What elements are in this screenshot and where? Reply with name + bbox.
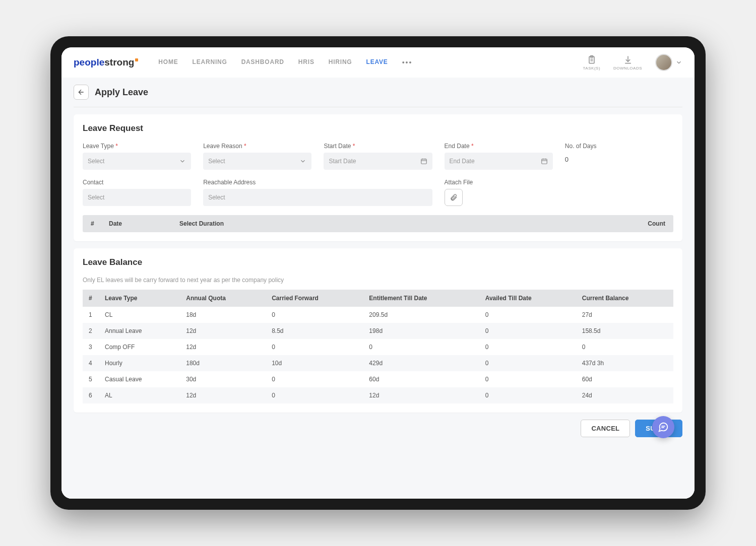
balance-cell: Annual Leave — [99, 323, 180, 339]
balance-cell: 0 — [576, 339, 673, 355]
field-attach-file: Attach File — [445, 179, 553, 206]
balance-row: 3Comp OFF12d0000 — [83, 339, 673, 355]
form-grid: Leave Type * Select Leave Reason * Selec… — [83, 143, 673, 206]
page-header: Apply Leave — [74, 78, 682, 107]
balance-cell: 198d — [363, 323, 479, 339]
balance-header-row: #Leave TypeAnnual QuotaCarried ForwardEn… — [83, 290, 673, 307]
balance-col-header: Availed Till Date — [479, 290, 576, 307]
balance-cell: 158.5d — [576, 323, 673, 339]
leave-request-card: Leave Request Leave Type * Select Leave … — [74, 114, 682, 241]
label-leave-reason: Leave Reason * — [203, 143, 311, 150]
col-num: # — [91, 220, 109, 227]
balance-cell: 3 — [83, 339, 99, 355]
balance-col-header: # — [83, 290, 99, 307]
arrow-left-icon — [77, 88, 85, 96]
user-menu[interactable] — [655, 54, 682, 71]
balance-cell: 1 — [83, 307, 99, 323]
balance-cell: Comp OFF — [99, 339, 180, 355]
nav-links: HOMELEARNINGDASHBOARDHRISHIRINGLEAVE••• — [158, 58, 583, 66]
balance-cell: 0 — [363, 339, 479, 355]
balance-cell: 12d — [363, 387, 479, 403]
balance-row: 4Hourly180d10d429d0437d 3h — [83, 355, 673, 371]
balance-cell: 0 — [266, 371, 363, 387]
download-icon — [623, 55, 633, 65]
input-reachable-address[interactable]: Select — [203, 189, 432, 206]
balance-cell: 5 — [83, 371, 99, 387]
calendar-icon — [541, 158, 548, 165]
input-end-date[interactable]: End Date — [445, 153, 553, 170]
calendar-icon — [420, 158, 427, 165]
nav-learning[interactable]: LEARNING — [193, 58, 227, 66]
chat-fab[interactable] — [652, 416, 674, 438]
balance-cell: AL — [99, 387, 180, 403]
svg-rect-9 — [542, 159, 547, 164]
label-attach-file: Attach File — [445, 179, 553, 186]
field-leave-type: Leave Type * Select — [83, 143, 191, 170]
input-start-date[interactable]: Start Date — [324, 153, 432, 170]
balance-row: 6AL12d012d024d — [83, 387, 673, 403]
topbar-right: TASK(S) DOWNLOADS — [583, 54, 682, 71]
balance-cell: 429d — [363, 355, 479, 371]
balance-col-header: Carried Forward — [266, 290, 363, 307]
duration-table-header: # Date Select Duration Count — [83, 215, 673, 232]
input-contact[interactable]: Select — [83, 189, 191, 206]
nav-dashboard[interactable]: DASHBOARD — [241, 58, 284, 66]
nav-home[interactable]: HOME — [158, 58, 178, 66]
balance-cell: 12d — [180, 323, 266, 339]
leave-balance-title: Leave Balance — [83, 257, 673, 267]
balance-cell: 4 — [83, 355, 99, 371]
balance-cell: Hourly — [99, 355, 180, 371]
balance-cell: 209.5d — [363, 307, 479, 323]
balance-cell: 0 — [479, 387, 576, 403]
label-reachable-address: Reachable Address — [203, 179, 432, 186]
balance-cell: 10d — [266, 355, 363, 371]
col-date: Date — [109, 220, 179, 227]
tasks-label: TASK(S) — [583, 66, 600, 71]
balance-cell: 0 — [479, 323, 576, 339]
chevron-down-icon — [299, 158, 306, 165]
balance-cell: 0 — [479, 355, 576, 371]
balance-col-header: Entitlement Till Date — [363, 290, 479, 307]
select-leave-reason[interactable]: Select — [203, 153, 311, 170]
tasks-button[interactable]: TASK(S) — [583, 55, 600, 71]
page-title: Apply Leave — [95, 87, 148, 98]
downloads-button[interactable]: DOWNLOADS — [613, 55, 642, 71]
back-button[interactable] — [74, 85, 89, 100]
balance-col-header: Leave Type — [99, 290, 180, 307]
attach-file-button[interactable] — [445, 189, 463, 206]
balance-cell: 0 — [479, 339, 576, 355]
balance-cell: 437d 3h — [576, 355, 673, 371]
balance-cell: 0 — [479, 371, 576, 387]
balance-row: 2Annual Leave12d8.5d198d0158.5d — [83, 323, 673, 339]
balance-cell: CL — [99, 307, 180, 323]
leave-request-title: Leave Request — [83, 123, 673, 133]
nav-more[interactable]: ••• — [402, 58, 413, 66]
balance-cell: 18d — [180, 307, 266, 323]
field-end-date: End Date * End Date — [445, 143, 553, 170]
select-leave-type[interactable]: Select — [83, 153, 191, 170]
avatar — [655, 54, 672, 71]
brand-logo[interactable]: people strong — [74, 57, 138, 68]
balance-cell: 0 — [266, 387, 363, 403]
field-leave-reason: Leave Reason * Select — [203, 143, 311, 170]
tablet-frame: people strong HOMELEARNINGDASHBOARDHRISH… — [50, 36, 706, 510]
svg-rect-5 — [421, 159, 426, 164]
nav-hris[interactable]: HRIS — [298, 58, 314, 66]
clipboard-icon — [587, 55, 597, 65]
field-reachable-address: Reachable Address Select — [203, 179, 432, 206]
balance-cell: 8.5d — [266, 323, 363, 339]
balance-cell: 0 — [479, 307, 576, 323]
balance-body: 1CL18d0209.5d027d2Annual Leave12d8.5d198… — [83, 307, 673, 403]
nav-leave[interactable]: LEAVE — [366, 58, 388, 66]
brand-accent-icon — [135, 58, 138, 61]
nav-hiring[interactable]: HIRING — [329, 58, 352, 66]
brand-suffix: strong — [104, 57, 134, 68]
label-start-date: Start Date * — [324, 143, 432, 150]
balance-cell: 27d — [576, 307, 673, 323]
balance-cell: 60d — [363, 371, 479, 387]
cancel-button[interactable]: CANCEL — [581, 420, 630, 437]
chevron-down-icon — [179, 158, 186, 165]
balance-cell: Casual Leave — [99, 371, 180, 387]
balance-note: Only EL leaves will be carry forward to … — [83, 277, 673, 284]
col-count: Count — [635, 220, 665, 227]
